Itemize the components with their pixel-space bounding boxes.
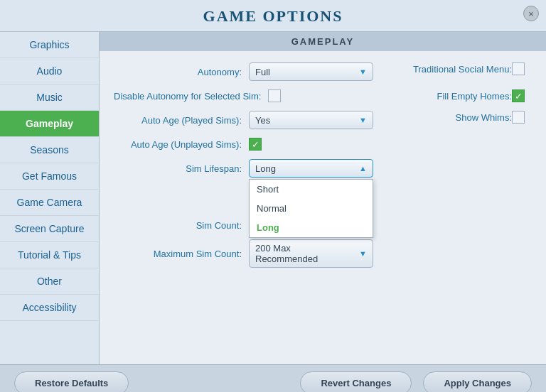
- title-bar: Game Options ×: [0, 0, 546, 32]
- content-area: Gameplay Autonomy: Full ▼ Traditional So…: [100, 32, 546, 364]
- sidebar-item-screen-capture[interactable]: Screen Capture: [0, 216, 99, 242]
- auto-age-unplayed-row: Auto Age (Unplayed Sims): ✓: [114, 138, 532, 151]
- autonomy-dropdown-arrow: ▼: [359, 67, 367, 76]
- autonomy-value: Full: [255, 67, 270, 77]
- sidebar-item-get-famous[interactable]: Get Famous: [0, 163, 99, 190]
- sidebar-item-tutorial[interactable]: Tutorial & Tips: [0, 242, 99, 268]
- apply-changes-button[interactable]: Apply Changes: [423, 371, 532, 392]
- sidebar-item-audio[interactable]: Audio: [0, 58, 99, 85]
- fill-empty-homes-label: Fill Empty Homes:: [437, 91, 512, 102]
- sidebar: Graphics Audio Music Gameplay Seasons Ge…: [0, 32, 100, 364]
- section-header: Gameplay: [100, 32, 546, 51]
- auto-age-played-label: Auto Age (Played Sims):: [114, 115, 249, 126]
- sim-lifespan-label: Sim Lifespan:: [114, 163, 249, 174]
- max-sim-count-left: Maximum Sim Count: 200 Max Recommended ▼: [114, 239, 375, 268]
- auto-age-unplayed-checkbox[interactable]: ✓: [249, 138, 262, 151]
- close-button[interactable]: ×: [523, 6, 539, 21]
- sim-lifespan-dropdown[interactable]: Long ▲: [249, 159, 373, 178]
- auto-age-unplayed-left: Auto Age (Unplayed Sims): ✓: [114, 138, 375, 151]
- autonomy-left: Autonomy: Full ▼: [114, 62, 375, 81]
- sim-count-label: Sim Count:: [114, 220, 249, 231]
- fill-empty-homes-checkbox[interactable]: ✓: [512, 89, 525, 102]
- lifespan-option-long[interactable]: Long: [250, 218, 373, 237]
- main-layout: Graphics Audio Music Gameplay Seasons Ge…: [0, 32, 546, 364]
- disable-autonomy-checkbox[interactable]: [268, 89, 281, 102]
- max-sim-count-label: Maximum Sim Count:: [114, 249, 249, 259]
- sim-lifespan-value: Long: [255, 163, 276, 174]
- lifespan-option-short[interactable]: Short: [250, 180, 373, 199]
- autonomy-label: Autonomy:: [114, 67, 249, 77]
- max-sim-count-row: Maximum Sim Count: 200 Max Recommended ▼: [114, 239, 532, 268]
- traditional-social-checkbox[interactable]: [512, 62, 525, 75]
- sim-lifespan-container: Long ▲ Short Normal Long: [249, 159, 373, 178]
- sim-lifespan-arrow: ▲: [359, 164, 367, 173]
- show-whims-right: Show Whims:: [375, 111, 532, 124]
- sidebar-item-accessibility[interactable]: Accessibility: [0, 295, 99, 321]
- sidebar-item-gameplay[interactable]: Gameplay: [0, 111, 99, 137]
- max-sim-count-dropdown[interactable]: 200 Max Recommended ▼: [249, 239, 373, 268]
- show-whims-checkbox[interactable]: [512, 111, 525, 124]
- sim-lifespan-menu: Short Normal Long: [249, 179, 373, 238]
- max-sim-count-value: 200 Max Recommended: [255, 243, 355, 264]
- revert-changes-button[interactable]: Revert Changes: [300, 371, 412, 392]
- sidebar-item-other[interactable]: Other: [0, 268, 99, 295]
- sidebar-item-game-camera[interactable]: Game Camera: [0, 190, 99, 216]
- bottom-right-buttons: Revert Changes Apply Changes: [300, 371, 532, 392]
- auto-age-played-left: Auto Age (Played Sims): Yes ▼: [114, 111, 375, 129]
- restore-defaults-button[interactable]: Restore Defaults: [14, 371, 129, 392]
- auto-age-played-row: Auto Age (Played Sims): Yes ▼ Show Whims…: [114, 111, 532, 129]
- bottom-bar: Restore Defaults Revert Changes Apply Ch…: [0, 364, 546, 392]
- lifespan-option-normal[interactable]: Normal: [250, 199, 373, 218]
- max-sim-count-arrow: ▼: [359, 249, 367, 258]
- auto-age-unplayed-label: Auto Age (Unplayed Sims):: [114, 139, 249, 150]
- sidebar-item-music[interactable]: Music: [0, 85, 99, 111]
- traditional-social-label: Traditional Social Menu:: [413, 64, 512, 75]
- content-body: Autonomy: Full ▼ Traditional Social Menu…: [100, 51, 546, 364]
- fill-empty-homes-right: Fill Empty Homes: ✓: [375, 89, 532, 102]
- sidebar-item-seasons[interactable]: Seasons: [0, 137, 99, 163]
- disable-autonomy-left: Disable Autonomy for Selected Sim:: [114, 89, 375, 102]
- traditional-social-right: Traditional Social Menu:: [375, 62, 532, 75]
- disable-autonomy-row: Disable Autonomy for Selected Sim: Fill …: [114, 89, 532, 102]
- autonomy-row: Autonomy: Full ▼ Traditional Social Menu…: [114, 62, 532, 81]
- sim-lifespan-left: Sim Lifespan: Long ▲ Short Normal Long: [114, 159, 375, 178]
- auto-age-played-value: Yes: [255, 115, 270, 126]
- show-whims-label: Show Whims:: [456, 112, 512, 123]
- auto-age-played-arrow: ▼: [359, 116, 367, 124]
- auto-age-played-dropdown[interactable]: Yes ▼: [249, 111, 373, 129]
- dialog-title: Game Options: [0, 7, 546, 26]
- disable-autonomy-label: Disable Autonomy for Selected Sim:: [114, 91, 268, 102]
- sim-lifespan-row: Sim Lifespan: Long ▲ Short Normal Long: [114, 159, 532, 178]
- autonomy-dropdown[interactable]: Full ▼: [249, 62, 373, 81]
- sidebar-item-graphics[interactable]: Graphics: [0, 32, 99, 58]
